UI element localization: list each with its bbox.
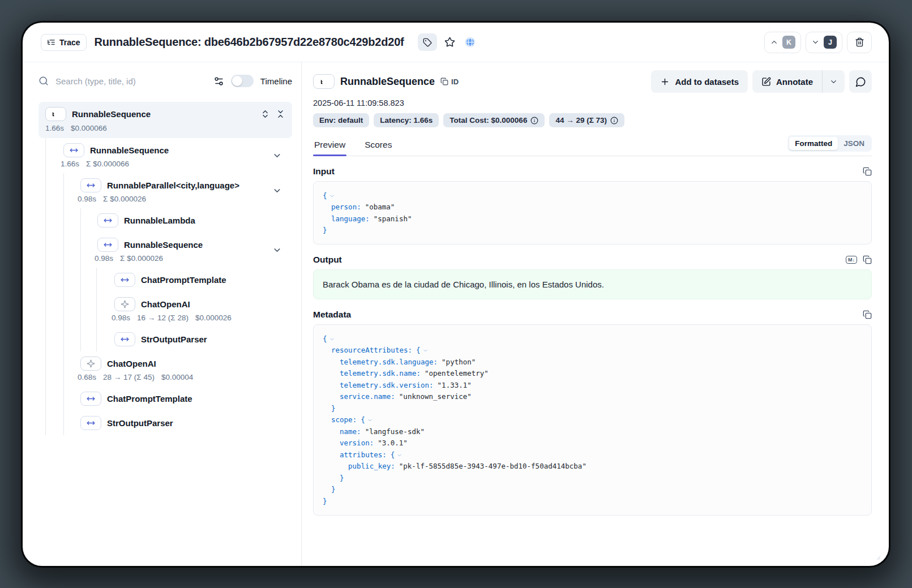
tree-guide-line <box>63 292 64 327</box>
next-observation-button[interactable]: J <box>806 32 842 53</box>
tree-row-label: RunnableSequence <box>124 240 203 250</box>
format-toggle: Formatted JSON <box>787 135 872 152</box>
collapse-chevron-icon[interactable] <box>367 417 373 423</box>
chevron-down-icon[interactable] <box>272 151 282 161</box>
timeline-label: Timeline <box>260 76 292 86</box>
tree-guide-line <box>63 208 64 233</box>
tree-guide-line <box>80 292 81 327</box>
copy-id-button[interactable]: ID <box>440 78 459 86</box>
collapse-all-icon[interactable] <box>276 109 285 119</box>
tree-row-label: RunnableSequence <box>90 145 169 155</box>
search-input[interactable] <box>55 76 207 86</box>
format-json[interactable]: JSON <box>838 137 870 150</box>
tree-row[interactable]: RunnableLambda <box>38 208 292 233</box>
add-to-datasets-button[interactable]: Add to datasets <box>651 70 748 93</box>
tree-row[interactable]: RunnableSequence 0.98sΣ $0.000026 <box>38 233 292 268</box>
trace-icon <box>45 107 66 121</box>
chevron-down-icon[interactable] <box>272 186 282 196</box>
list-tree-icon <box>47 38 55 46</box>
input-json: {person:"obama"language:"spanish"} <box>313 181 872 244</box>
chevron-down-icon <box>811 38 820 46</box>
copy-icon[interactable] <box>863 167 872 176</box>
tab-preview[interactable]: Preview <box>313 136 346 156</box>
copy-icon[interactable] <box>863 310 872 319</box>
tab-scores[interactable]: Scores <box>363 136 393 156</box>
observation-detail-panel: RunnableSequence ID Add to datasets Anno… <box>302 62 889 566</box>
json-line: name:"langfuse-sdk" <box>323 426 862 437</box>
tag-icon <box>423 38 432 47</box>
tree-row[interactable]: ChatPromptTemplate <box>38 387 292 411</box>
public-globe-button[interactable] <box>463 35 478 50</box>
tree-guide-line <box>45 173 46 208</box>
expand-all-icon[interactable] <box>260 109 270 119</box>
tree-root-metrics: 1.66s $0.000066 <box>45 124 285 132</box>
tree-root-row[interactable]: RunnableSequence 1.66s $0.000066 <box>38 102 292 138</box>
trace-chip-label: Trace <box>59 38 80 47</box>
info-icon[interactable] <box>610 117 618 125</box>
json-line: version:"3.0.1" <box>323 437 862 449</box>
tags-button[interactable] <box>418 33 437 51</box>
tree-row[interactable]: ChatPromptTemplate <box>38 268 292 292</box>
tree-row[interactable]: StrOutputParser <box>38 327 292 351</box>
collapse-chevron-icon[interactable] <box>396 452 403 458</box>
annotate-split-button: Annotate <box>752 70 845 93</box>
metric-badge: Latency: 1.66s <box>374 113 439 127</box>
markdown-icon[interactable]: M↓ <box>846 256 857 264</box>
timestamp: 2025-06-11 11:09:58.823 <box>313 98 872 108</box>
tree-row[interactable]: ChatOpenAI 0.98s16 → 12 (Σ 28)$0.000026 <box>38 292 292 327</box>
span-arrows-icon <box>80 178 101 192</box>
annotate-button[interactable]: Annotate <box>752 70 822 93</box>
resize-handle-icon[interactable] <box>874 553 881 560</box>
collapse-chevron-icon[interactable] <box>329 336 335 342</box>
tree-guide-line <box>80 327 81 351</box>
span-arrows-icon <box>97 213 118 228</box>
collapse-chevron-icon[interactable] <box>422 347 429 354</box>
tree-guide-line <box>63 233 64 268</box>
copy-icon[interactable] <box>863 255 872 264</box>
list-tree-icon <box>313 74 335 89</box>
comment-bubble-icon <box>855 76 866 87</box>
json-line: } <box>323 484 862 496</box>
collapse-chevron-icon[interactable] <box>329 193 335 199</box>
format-formatted[interactable]: Formatted <box>789 137 838 150</box>
comment-button[interactable] <box>849 70 872 93</box>
tree-row-metrics: 0.98sΣ $0.000026 <box>38 195 292 203</box>
header-actions: K J <box>764 32 872 53</box>
trash-icon <box>855 37 864 47</box>
generation-sparkle-icon <box>80 357 101 371</box>
observation-title: RunnableSequence <box>340 76 435 88</box>
chevron-up-icon <box>770 38 778 46</box>
tree-row-label: StrOutputParser <box>107 418 173 428</box>
trace-badges: Env: defaultLatency: 1.66sTotal Cost: $0… <box>313 113 872 127</box>
bookmark-star-button[interactable] <box>443 35 457 50</box>
delete-trace-button[interactable] <box>847 32 872 53</box>
prev-observation-button[interactable]: K <box>764 32 801 53</box>
tree-guide-line <box>96 327 97 351</box>
tree-guide-line <box>80 268 81 292</box>
metadata-json: {resourceAttributes:{telemetry.sdk.langu… <box>313 324 872 516</box>
span-arrows-icon <box>114 332 135 346</box>
tree-row-label: RunnableLambda <box>124 216 195 225</box>
tree-row[interactable]: RunnableSequence 1.66sΣ $0.000066 <box>38 138 292 173</box>
tree-row[interactable]: StrOutputParser <box>38 411 292 435</box>
tree-guide-line <box>63 351 64 387</box>
info-icon[interactable] <box>530 117 538 125</box>
annotate-dropdown-button[interactable] <box>823 70 845 93</box>
timeline-toggle[interactable] <box>231 75 254 87</box>
trace-header: Trace RunnableSequence: dbe646b2b67957d2… <box>23 23 889 62</box>
trace-type-chip: Trace <box>41 34 87 51</box>
metric-badge: 44 → 29 (Σ 73) <box>549 113 624 127</box>
filter-sliders-icon[interactable] <box>213 76 224 87</box>
tree-row-label: ChatOpenAI <box>107 359 156 368</box>
tree-row[interactable]: RunnableParallel<city,language> 0.98sΣ $… <box>38 173 292 208</box>
metric-badge: Total Cost: $0.000066 <box>443 113 545 127</box>
copy-icon <box>440 78 448 85</box>
tree-row-label: RunnableParallel<city,language> <box>107 181 239 190</box>
tree-row[interactable]: ChatOpenAI 0.68s28 → 17 (Σ 45)$0.00004 <box>38 351 292 387</box>
tree-row-metrics: 1.66sΣ $0.000066 <box>38 160 292 168</box>
chevron-down-icon[interactable] <box>272 246 282 255</box>
tree-row-label: StrOutputParser <box>141 334 207 344</box>
json-line: scope:{ <box>323 414 862 426</box>
trace-tree: RunnableSequence 1.66s $0.000066 Runnabl… <box>38 102 292 435</box>
toggle-knob <box>232 76 242 86</box>
